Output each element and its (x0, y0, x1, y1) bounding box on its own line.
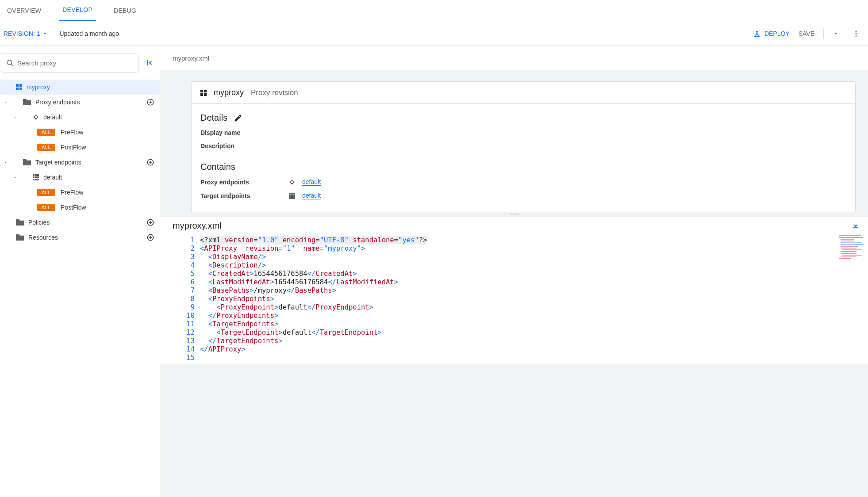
tree-root-myproxy[interactable]: myproxy (0, 80, 160, 95)
target-endpoint-link[interactable]: default (302, 192, 321, 199)
tree-label: PostFlow (61, 144, 86, 151)
edit-details-button[interactable] (234, 114, 242, 122)
svg-point-4 (856, 35, 857, 36)
plus-circle-icon (146, 98, 154, 106)
all-badge: ALL (37, 189, 55, 196)
save-dropdown[interactable] (833, 31, 843, 37)
proxy-icon (16, 84, 22, 90)
svg-point-3 (856, 33, 857, 34)
tree-label: default (43, 174, 62, 181)
revision-dropdown[interactable]: REVISION: 1 (3, 28, 49, 39)
svg-rect-27 (841, 246, 858, 247)
folder-icon (16, 219, 24, 226)
tree-label: Policies (28, 219, 50, 226)
caret-down-icon (12, 115, 18, 120)
tree-root-label: myproxy (27, 84, 50, 91)
all-badge: ALL (37, 144, 55, 151)
endpoint-icon (289, 179, 295, 185)
svg-rect-26 (841, 244, 864, 245)
divider (823, 28, 824, 39)
tree-policies[interactable]: Policies (0, 215, 160, 230)
folder-icon (23, 99, 31, 105)
endpoint-icon (33, 114, 39, 120)
add-policy-button[interactable] (146, 218, 154, 226)
editor-header: myproxy.xml (160, 217, 868, 234)
collapse-icon (146, 58, 154, 67)
gutter: 123 456 789 101112 131415 (160, 234, 200, 364)
add-target-endpoint-button[interactable] (146, 158, 154, 166)
card-title: myproxy (214, 88, 244, 97)
tree-label: PreFlow (61, 129, 83, 136)
tree-target-default[interactable]: default (0, 170, 160, 185)
collapse-editor-button[interactable] (851, 222, 860, 230)
save-button[interactable]: SAVE (799, 30, 814, 37)
caret-down-icon (12, 175, 18, 180)
code-editor[interactable]: 123 456 789 101112 131415 <?xml version=… (160, 234, 868, 364)
tree-target-preflow[interactable]: ALL PreFlow (0, 185, 160, 200)
tree-target-endpoints[interactable]: Target endpoints (0, 155, 160, 170)
chevron-down-icon (833, 31, 839, 37)
tree-proxy-default[interactable]: default (0, 110, 160, 125)
tree-proxy-postflow[interactable]: ALL PostFlow (0, 140, 160, 155)
deploy-label: DEPLOY (764, 30, 790, 37)
chevron-down-icon (42, 31, 48, 36)
svg-point-0 (756, 31, 758, 33)
search-input[interactable] (17, 59, 134, 67)
target-icon (33, 174, 39, 180)
tree-proxy-preflow[interactable]: ALL PreFlow (0, 125, 160, 140)
card-subtitle: Proxy revision (251, 88, 298, 97)
description-field: Description (200, 142, 846, 149)
breadcrumb: myproxy.xml (160, 46, 868, 71)
tab-overview[interactable]: OVERVIEW (4, 0, 45, 21)
svg-rect-33 (841, 256, 856, 257)
plus-circle-icon (146, 218, 154, 226)
plus-circle-icon (146, 233, 154, 241)
tree-label: PostFlow (61, 204, 86, 211)
revision-label: REVISION: 1 (4, 30, 40, 37)
proxy-card: myproxy Proxy revision Details Display n… (191, 81, 856, 212)
add-resource-button[interactable] (146, 233, 154, 241)
svg-rect-25 (841, 242, 862, 243)
tree-label: PreFlow (61, 189, 83, 196)
target-endpoints-label: Target endpoints (200, 192, 289, 199)
search-icon (6, 59, 14, 67)
updated-text: Updated a month ago (59, 30, 119, 37)
minimap[interactable] (837, 234, 868, 364)
content-pane: myproxy.xml myproxy Proxy revision Detai… (160, 46, 868, 497)
display-name-field: Display name (200, 129, 846, 136)
tree-resources[interactable]: Resources (0, 230, 160, 245)
svg-rect-28 (841, 248, 856, 248)
caret-down-icon (3, 160, 8, 165)
pane-resize-handle[interactable] (160, 212, 868, 217)
tab-debug[interactable]: DEBUG (110, 0, 140, 21)
svg-rect-22 (839, 237, 863, 238)
tab-develop[interactable]: DEVELOP (59, 0, 96, 21)
more-menu[interactable] (852, 30, 863, 38)
svg-point-5 (7, 60, 12, 65)
proxy-tree: myproxy Proxy endpoints default ALL (0, 78, 160, 247)
proxy-icon (200, 90, 207, 96)
collapse-sidebar-button[interactable] (146, 58, 154, 67)
deploy-icon (753, 30, 761, 38)
svg-rect-32 (842, 255, 862, 256)
add-proxy-endpoint-button[interactable] (146, 98, 154, 106)
svg-line-6 (11, 64, 12, 65)
proxy-endpoint-link[interactable]: default (302, 178, 321, 186)
tree-label: Proxy endpoints (35, 99, 80, 106)
tree-target-postflow[interactable]: ALL PostFlow (0, 200, 160, 215)
svg-rect-34 (839, 258, 851, 259)
details-heading: Details (200, 113, 227, 123)
code-lines[interactable]: <?xml version="1.0" encoding="UTF-8" sta… (200, 234, 868, 364)
tree-label: default (43, 114, 62, 121)
tree-proxy-endpoints[interactable]: Proxy endpoints (0, 95, 160, 110)
svg-point-2 (856, 31, 857, 32)
search-box[interactable] (1, 53, 138, 73)
deploy-button[interactable]: DEPLOY (753, 30, 790, 38)
tree-label: Resources (28, 234, 58, 241)
folder-icon (23, 159, 31, 165)
svg-rect-21 (839, 235, 861, 236)
folder-icon (16, 234, 24, 241)
tree-label: Target endpoints (35, 159, 81, 166)
svg-rect-23 (841, 239, 854, 240)
all-badge: ALL (37, 129, 55, 136)
